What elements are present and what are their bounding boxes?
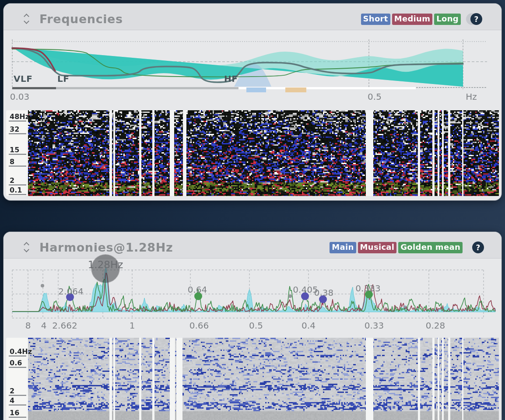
harmonies-panel: Harmonies@1.28Hz MainMusicalGolden mean … (4, 232, 501, 420)
harmonics-spectrogram (26, 338, 499, 420)
panel-title: Harmonies@1.28Hz (39, 241, 173, 254)
legend-badge[interactable]: Long (434, 14, 461, 25)
spectrogram-y-axis (6, 110, 26, 196)
legend-badge[interactable]: Golden mean (398, 242, 463, 253)
collapse-toggle[interactable] (24, 14, 31, 25)
harmonies-legend: MainMusicalGolden mean ? (330, 242, 484, 253)
spectrogram-y-axis (6, 338, 26, 420)
chevron-down-icon (24, 18, 29, 24)
help-button[interactable]: ? (470, 13, 482, 25)
harmonics-chart[interactable] (4, 258, 501, 337)
chevron-down-icon (24, 247, 29, 252)
frequency-spectrum-chart[interactable] (4, 29, 501, 112)
help-button[interactable]: ? (472, 242, 484, 253)
frequencies-panel: Frequencies ShortMediumLong ? VLFLFHF0.0… (4, 4, 501, 200)
panel-title: Frequencies (39, 12, 123, 26)
legend-badge[interactable]: Short (361, 14, 390, 25)
frequency-spectrogram (26, 110, 499, 196)
collapse-toggle[interactable] (24, 242, 31, 253)
legend-badge[interactable]: Musical (358, 242, 397, 253)
frequencies-legend: ShortMediumLong ? (361, 13, 482, 25)
legend-badge[interactable]: Main (330, 242, 356, 253)
legend-badge[interactable]: Medium (392, 14, 433, 25)
